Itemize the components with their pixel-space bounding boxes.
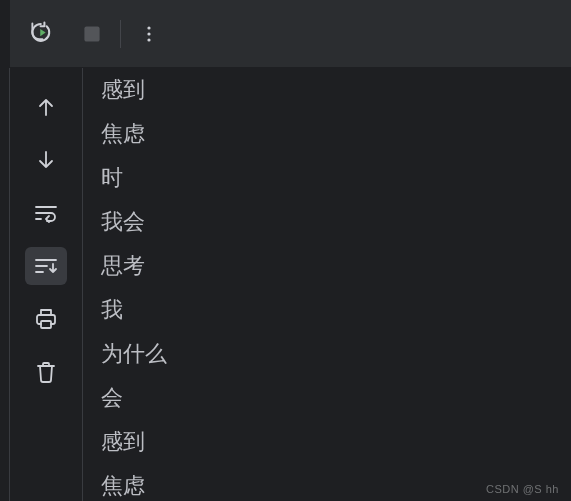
scroll-to-end-button[interactable] <box>25 247 67 285</box>
print-button[interactable] <box>25 300 67 338</box>
clear-all-button[interactable] <box>25 353 67 391</box>
run-toolbar <box>10 0 571 68</box>
console-output[interactable]: 感到 焦虑 时 我会 思考 我 为什么 会 感到 焦虑 <box>83 68 571 501</box>
scroll-end-icon <box>33 254 59 278</box>
output-line: 我会 <box>101 200 571 244</box>
soft-wrap-icon <box>33 201 59 225</box>
watermark: CSDN @S hh <box>486 483 559 495</box>
output-line: 思考 <box>101 244 571 288</box>
output-gutter <box>9 68 83 501</box>
svg-point-1 <box>147 26 150 29</box>
toolbar-separator <box>120 20 121 48</box>
arrow-down-icon <box>34 148 58 172</box>
stop-icon <box>79 21 105 47</box>
rerun-button[interactable] <box>22 14 62 54</box>
output-line: 时 <box>101 156 571 200</box>
svg-point-2 <box>147 32 150 35</box>
output-line: 焦虑 <box>101 112 571 156</box>
output-line: 感到 <box>101 68 571 112</box>
rerun-icon <box>29 20 56 47</box>
scroll-down-button[interactable] <box>25 141 67 179</box>
output-line: 我 <box>101 288 571 332</box>
scroll-up-button[interactable] <box>25 88 67 126</box>
arrow-up-icon <box>34 95 58 119</box>
svg-point-3 <box>147 38 150 41</box>
more-actions-button[interactable] <box>129 14 169 54</box>
main-area: 感到 焦虑 时 我会 思考 我 为什么 会 感到 焦虑 <box>0 68 571 501</box>
svg-rect-4 <box>41 321 51 328</box>
more-vertical-icon <box>137 22 161 46</box>
soft-wrap-button[interactable] <box>25 194 67 232</box>
stop-button[interactable] <box>72 14 112 54</box>
print-icon <box>34 307 58 331</box>
trash-icon <box>34 360 58 384</box>
svg-rect-0 <box>84 26 99 41</box>
output-line: 为什么 <box>101 332 571 376</box>
output-line: 会 <box>101 376 571 420</box>
output-line: 感到 <box>101 420 571 464</box>
